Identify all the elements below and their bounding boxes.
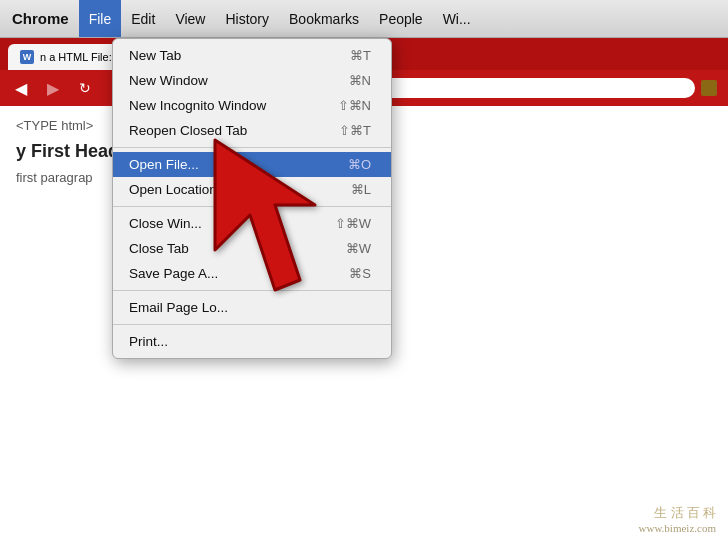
menu-open-file-shortcut: ⌘O bbox=[348, 157, 371, 172]
menu-bar: Chrome File Edit View History Bookmarks … bbox=[0, 0, 728, 38]
menu-email-page-label: Email Page Lo... bbox=[129, 300, 228, 315]
menu-close-window-shortcut: ⇧⌘W bbox=[335, 216, 371, 231]
menu-edit[interactable]: Edit bbox=[121, 0, 165, 37]
menu-new-tab[interactable]: New Tab ⌘T bbox=[113, 43, 391, 68]
back-button[interactable]: ◀ bbox=[8, 75, 34, 101]
menu-new-tab-shortcut: ⌘T bbox=[350, 48, 371, 63]
menu-new-window-label: New Window bbox=[129, 73, 208, 88]
refresh-button[interactable]: ↻ bbox=[72, 75, 98, 101]
menu-save-page-label: Save Page A... bbox=[129, 266, 218, 281]
menu-email-page[interactable]: Email Page Lo... bbox=[113, 295, 391, 320]
tab-favicon: W bbox=[20, 50, 34, 64]
menu-history[interactable]: History bbox=[215, 0, 279, 37]
tab-title: n a HTML File: 1 bbox=[40, 51, 121, 63]
bookmark-icon[interactable] bbox=[701, 80, 717, 96]
forward-button[interactable]: ▶ bbox=[40, 75, 66, 101]
menu-reopen-tab-shortcut: ⇧⌘T bbox=[339, 123, 371, 138]
menu-close-tab[interactable]: Close Tab ⌘W bbox=[113, 236, 391, 261]
menu-new-incognito-shortcut: ⇧⌘N bbox=[338, 98, 371, 113]
menu-print-label: Print... bbox=[129, 334, 168, 349]
menu-close-window-label: Close Win... bbox=[129, 216, 202, 231]
menu-close-window[interactable]: Close Win... ⇧⌘W bbox=[113, 211, 391, 236]
menu-save-page-shortcut: ⌘S bbox=[349, 266, 371, 281]
menu-open-location-shortcut: ⌘L bbox=[351, 182, 371, 197]
menu-file[interactable]: File bbox=[79, 0, 122, 37]
menu-reopen-tab[interactable]: Reopen Closed Tab ⇧⌘T bbox=[113, 118, 391, 143]
menu-reopen-tab-label: Reopen Closed Tab bbox=[129, 123, 247, 138]
file-dropdown-menu: New Tab ⌘T New Window ⌘N New Incognito W… bbox=[112, 38, 392, 359]
menu-app-name: Chrome bbox=[0, 0, 79, 37]
menu-print[interactable]: Print... bbox=[113, 329, 391, 354]
menu-open-file[interactable]: Open File... ⌘O bbox=[113, 152, 391, 177]
menu-window[interactable]: Wi... bbox=[433, 0, 481, 37]
separator-4 bbox=[113, 324, 391, 325]
menu-new-tab-label: New Tab bbox=[129, 48, 181, 63]
menu-new-window-shortcut: ⌘N bbox=[349, 73, 371, 88]
menu-save-page[interactable]: Save Page A... ⌘S bbox=[113, 261, 391, 286]
menu-bookmarks[interactable]: Bookmarks bbox=[279, 0, 369, 37]
separator-2 bbox=[113, 206, 391, 207]
watermark-chinese: 生 活 百 科 bbox=[639, 504, 717, 522]
menu-view[interactable]: View bbox=[165, 0, 215, 37]
separator-3 bbox=[113, 290, 391, 291]
separator-1 bbox=[113, 147, 391, 148]
watermark: 生 活 百 科 www.bimeiz.com bbox=[639, 504, 717, 534]
menu-new-incognito[interactable]: New Incognito Window ⇧⌘N bbox=[113, 93, 391, 118]
menu-open-location[interactable]: Open Location... ⌘L bbox=[113, 177, 391, 202]
menu-open-location-label: Open Location... bbox=[129, 182, 228, 197]
menu-new-window[interactable]: New Window ⌘N bbox=[113, 68, 391, 93]
menu-open-file-label: Open File... bbox=[129, 157, 199, 172]
menu-close-tab-label: Close Tab bbox=[129, 241, 189, 256]
menu-new-incognito-label: New Incognito Window bbox=[129, 98, 266, 113]
watermark-url: www.bimeiz.com bbox=[639, 522, 717, 534]
menu-close-tab-shortcut: ⌘W bbox=[346, 241, 371, 256]
menu-people[interactable]: People bbox=[369, 0, 433, 37]
